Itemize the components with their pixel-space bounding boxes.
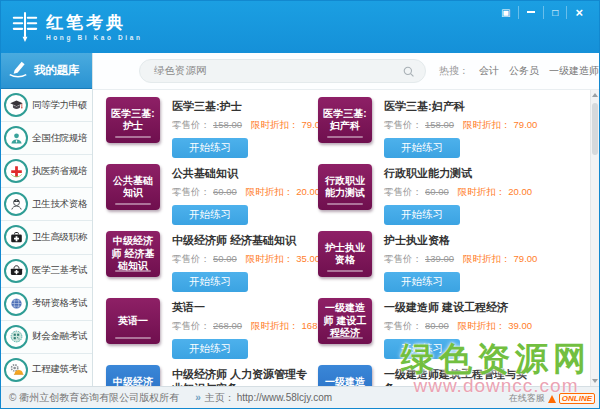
course-tile-label: 公共基础知识: [109, 175, 157, 200]
course-price-row: 零售价：158.00限时折扣：79.00: [172, 119, 318, 132]
course-tile[interactable]: 中级经济师 经济基础知识: [106, 231, 160, 277]
start-practice-button[interactable]: 开始练习: [384, 138, 460, 158]
course-tile[interactable]: 一级建造师: [318, 365, 372, 386]
medical-bag-icon: [4, 259, 28, 283]
retail-price-label: 零售价：: [384, 119, 422, 130]
sidebar-item-8[interactable]: 工程建筑考试: [1, 354, 92, 386]
sidebar-item-label: 考研资格考试: [32, 297, 87, 310]
course-card: 医学三基:妇产科 医学三基:妇产科 零售价：158.00限时折扣：79.00 开…: [318, 97, 599, 164]
discount-label: 限时折扣：: [463, 119, 511, 130]
pencil-book-icon: [7, 59, 29, 83]
course-tile-label: 医学三基:妇产科: [321, 108, 369, 133]
hot-search-link-2[interactable]: 一级建造师: [549, 64, 599, 78]
course-tile-label: 行政职业能力测试: [321, 175, 369, 200]
course-tile[interactable]: 一级建造师 建设工程经济: [318, 298, 372, 344]
scrollbar-thumb[interactable]: [592, 103, 598, 155]
course-tile[interactable]: 英语一: [106, 298, 160, 344]
brush-logo-icon: [11, 11, 39, 43]
titlebar: 红笔考典 Hong Bi Kao Dian ▣ □ ×: [1, 1, 599, 53]
course-title: 护士执业资格: [384, 233, 536, 247]
retail-price-value: 60.00: [213, 186, 237, 197]
scroll-down-icon[interactable]: [591, 376, 599, 386]
sidebar-item-label: 卫生高级职称: [32, 231, 87, 244]
minimize-icon[interactable]: [518, 6, 543, 19]
course-price-row: 零售价：139.00限时折扣：79.00: [384, 253, 537, 266]
course-tile[interactable]: 公共基础知识: [106, 164, 160, 210]
search-input-value: 绿色资源网: [154, 64, 402, 78]
sidebar: 我的题库 同等学力申硕 全国住院规培 执医药省规培 卫生技术资格 卫生高级职称: [1, 53, 93, 386]
course-price-row: 零售价：80.00限时折扣：39.00: [384, 320, 532, 333]
retail-price-value: 139.00: [425, 253, 454, 264]
retail-price-label: 零售价：: [172, 320, 210, 331]
person-icon: [4, 126, 28, 150]
start-practice-button[interactable]: 开始练习: [384, 205, 460, 225]
start-practice-button[interactable]: 开始练习: [384, 272, 460, 292]
retail-price-value: 60.00: [425, 186, 449, 197]
hot-search-link-1[interactable]: 公务员: [509, 64, 539, 78]
course-list-area: 医学三基:护士 医学三基:护士 零售价：158.00限时折扣：79.00 开始练…: [93, 90, 599, 386]
course-card: 公共基础知识 公共基础知识 零售价：60.00限时折扣：20.00 开始练习: [106, 164, 318, 231]
hot-search: 热搜： 会计公务员一级建造师: [439, 64, 599, 78]
online-badge: ONLINE: [559, 393, 595, 404]
homepage-label: 主页：: [205, 391, 235, 405]
sidebar-active-label: 我的题库: [34, 63, 79, 78]
start-practice-button[interactable]: 开始练习: [172, 138, 248, 158]
course-tile[interactable]: 医学三基:妇产科: [318, 97, 372, 143]
course-title: 行政职业能力测试: [384, 166, 532, 180]
retail-price-value: 50.00: [213, 253, 237, 264]
search-input[interactable]: 绿色资源网: [139, 59, 426, 83]
course-tile[interactable]: 医学三基:护士: [106, 97, 160, 143]
sidebar-item-4[interactable]: 卫生高级职称: [1, 221, 92, 254]
sidebar-item-1[interactable]: 全国住院规培: [1, 122, 92, 155]
course-tile-label: 一级建造师: [321, 376, 369, 387]
course-tile[interactable]: 行政职业能力测试: [318, 164, 372, 210]
course-title: 中级经济师 经济基础知识: [172, 233, 318, 247]
discount-value: 79.00: [514, 119, 538, 130]
window-controls: ▣ □ ×: [493, 6, 591, 19]
course-title: 英语一: [172, 300, 318, 314]
course-title: 公共基础知识: [172, 166, 318, 180]
hot-search-link-0[interactable]: 会计: [479, 64, 499, 78]
homepage-link[interactable]: http://www.58lcjy.com: [237, 392, 332, 403]
skin-icon[interactable]: ▣: [493, 6, 518, 19]
flame-icon: [548, 395, 556, 403]
sidebar-item-7[interactable]: 财会金融考试: [1, 321, 92, 354]
sidebar-item-label: 卫生技术资格: [32, 198, 87, 211]
discount-label: 限时折扣：: [458, 320, 506, 331]
sidebar-item-2[interactable]: 执医药省规培: [1, 155, 92, 188]
helmet-gear-icon: [4, 358, 28, 382]
course-card: 英语一 英语一 零售价：268.00限时折扣：168.00 开始练习: [106, 298, 318, 365]
start-practice-button[interactable]: 开始练习: [172, 205, 248, 225]
start-practice-button[interactable]: 开始练习: [172, 272, 248, 292]
sidebar-item-3[interactable]: 卫生技术资格: [1, 188, 92, 221]
course-price-row: 零售价：268.00限时折扣：168.00: [172, 320, 318, 333]
search-icon[interactable]: [402, 65, 415, 78]
course-title: 医学三基:护士: [172, 99, 318, 113]
course-tile[interactable]: 中级经济师 人: [106, 365, 160, 386]
online-support[interactable]: 在线客服 ONLINE: [509, 392, 595, 405]
course-price-row: 零售价：60.00限时折扣：20.00: [172, 186, 318, 199]
course-card: 一级建造师 建设工程经济 一级建造师 建设工程经济 零售价：80.00限时折扣：…: [318, 298, 599, 365]
sidebar-item-0[interactable]: 同等学力申硕: [1, 89, 92, 122]
sidebar-item-6[interactable]: 考研资格考试: [1, 288, 92, 321]
discount-value: 35.00: [296, 253, 320, 264]
vertical-scrollbar[interactable]: [590, 90, 599, 386]
start-practice-button[interactable]: 开始练习: [384, 339, 460, 359]
discount-value: 20.00: [508, 186, 532, 197]
globe-icon: [4, 292, 28, 316]
main-area: 绿色资源网 热搜： 会计公务员一级建造师 医学三基:护士 医学三基:护士 零售价…: [93, 53, 599, 386]
online-support-label: 在线客服: [509, 392, 545, 405]
app-logo: 红笔考典 Hong Bi Kao Dian: [11, 11, 143, 43]
sidebar-item-my-question-bank[interactable]: 我的题库: [1, 53, 92, 89]
course-tile[interactable]: 护士执业资格: [318, 231, 372, 277]
scroll-up-icon[interactable]: [591, 90, 599, 100]
start-practice-button[interactable]: 开始练习: [172, 339, 248, 359]
discount-value: 39.00: [508, 320, 532, 331]
app-window: 红笔考典 Hong Bi Kao Dian ▣ □ × 我的题库 同等学力申硕: [0, 0, 600, 409]
sidebar-item-5[interactable]: 医学三基考试: [1, 255, 92, 288]
graduation-cap-icon: [4, 93, 28, 117]
maximize-icon[interactable]: □: [543, 6, 566, 19]
close-icon[interactable]: ×: [566, 6, 591, 19]
retail-price-label: 零售价：: [172, 119, 210, 130]
course-title: 一级建造师 建设工程经济: [384, 300, 532, 314]
